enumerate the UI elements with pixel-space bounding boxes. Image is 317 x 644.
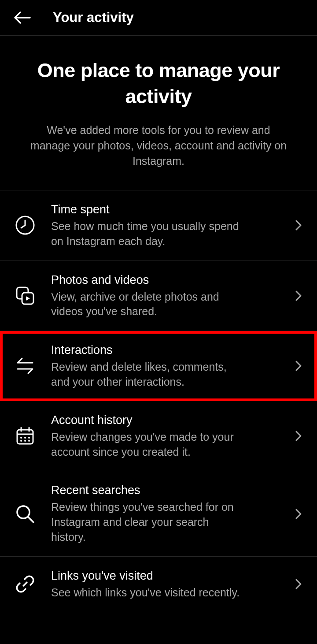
svg-line-14: [28, 517, 33, 522]
item-body: Recent searches Review things you've sea…: [51, 483, 287, 544]
chevron-right-icon: [292, 290, 305, 302]
clock-icon: [14, 214, 36, 236]
intro-subtitle: We've added more tools for you to review…: [18, 123, 299, 169]
calendar-icon: [14, 425, 36, 447]
media-icon: [14, 285, 36, 307]
item-title: Photos and videos: [51, 272, 287, 288]
item-title: Time spent: [51, 202, 287, 217]
search-icon: [14, 503, 36, 525]
item-subtitle: Review changes you've made to your accou…: [51, 430, 245, 460]
item-body: Account history Review changes you've ma…: [51, 413, 287, 460]
header: Your activity: [0, 0, 317, 36]
item-body: Time spent See how much time you usually…: [51, 202, 287, 249]
arrow-left-icon: [12, 8, 32, 27]
svg-point-9: [28, 437, 30, 439]
chevron-right-icon: [292, 360, 305, 372]
item-title: Account history: [51, 413, 287, 428]
item-subtitle: See which links you've visited recently.: [51, 585, 245, 600]
item-title: Links you've visited: [51, 568, 287, 584]
svg-point-7: [20, 437, 22, 439]
item-title: Recent searches: [51, 483, 287, 498]
activity-list: Time spent See how much time you usually…: [0, 190, 317, 612]
link-icon: [14, 573, 36, 595]
item-subtitle: Review and delete likes, comments, and y…: [51, 360, 245, 390]
chevron-right-icon: [292, 430, 305, 442]
chevron-right-icon: [292, 508, 305, 520]
svg-point-8: [24, 437, 26, 439]
svg-point-12: [28, 440, 30, 442]
item-body: Interactions Review and delete likes, co…: [51, 342, 287, 390]
svg-point-10: [20, 440, 22, 442]
item-subtitle: Review things you've searched for on Ins…: [51, 500, 245, 544]
chevron-right-icon: [292, 219, 305, 231]
item-subtitle: See how much time you usually spend on I…: [51, 219, 245, 249]
item-time-spent[interactable]: Time spent See how much time you usually…: [0, 190, 317, 261]
arrows-swap-icon: [14, 355, 36, 377]
item-subtitle: View, archive or delete photos and video…: [51, 290, 245, 320]
item-body: Links you've visited See which links you…: [51, 568, 287, 600]
intro-title: One place to manage your activity: [18, 58, 299, 109]
intro-section: One place to manage your activity We've …: [0, 36, 317, 190]
chevron-right-icon: [292, 578, 305, 590]
item-body: Photos and videos View, archive or delet…: [51, 272, 287, 320]
back-button[interactable]: [12, 8, 32, 27]
item-links-visited[interactable]: Links you've visited See which links you…: [0, 557, 317, 612]
item-recent-searches[interactable]: Recent searches Review things you've sea…: [0, 471, 317, 556]
svg-point-11: [24, 440, 26, 442]
item-account-history[interactable]: Account history Review changes you've ma…: [0, 401, 317, 472]
header-title: Your activity: [53, 10, 134, 26]
item-title: Interactions: [51, 342, 287, 358]
item-photos-videos[interactable]: Photos and videos View, archive or delet…: [0, 261, 317, 331]
item-interactions[interactable]: Interactions Review and delete likes, co…: [0, 331, 317, 401]
